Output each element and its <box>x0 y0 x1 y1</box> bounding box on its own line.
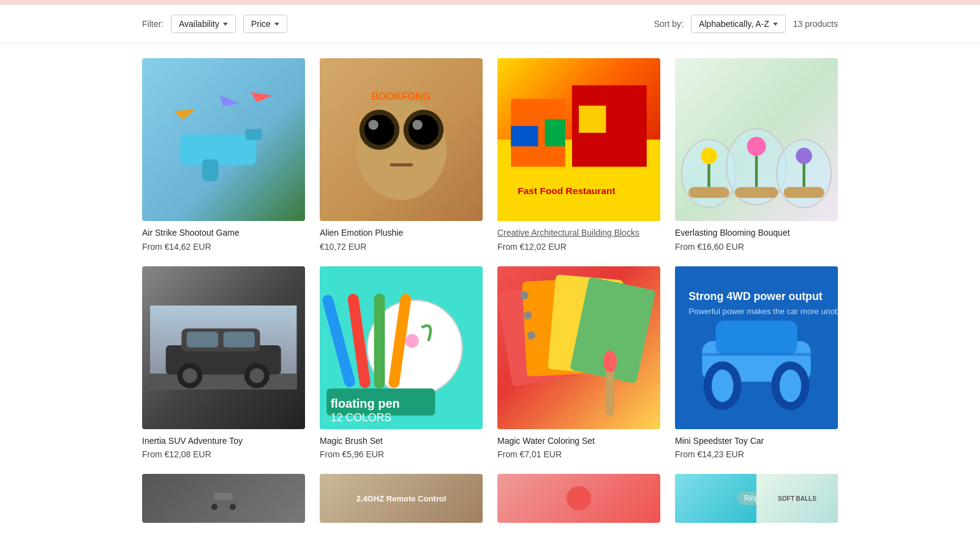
svg-rect-33 <box>783 187 824 198</box>
partial-row: 2.4GHZ Remote ControlRingingSOFT BALLS <box>142 474 838 523</box>
product-image: Strong 4WD power output Powerful power m… <box>675 266 838 429</box>
sort-label: Sort by: <box>654 19 684 29</box>
partial-image <box>205 485 242 512</box>
svg-marker-4 <box>217 94 241 109</box>
svg-rect-38 <box>187 332 218 348</box>
filter-left: Filter: Availability Price <box>142 15 287 33</box>
product-name: Everlasting Blooming Bouquet <box>675 227 838 239</box>
svg-text:12 COLORS: 12 COLORS <box>331 411 391 423</box>
svg-point-50 <box>405 334 419 347</box>
price-filter[interactable]: Price <box>243 15 287 33</box>
product-image <box>497 266 660 429</box>
svg-text:Strong 4WD power output: Strong 4WD power output <box>688 290 823 302</box>
product-price: From €12,08 EUR <box>142 449 305 459</box>
svg-text:Powerful power makes the car m: Powerful power makes the car more unobst… <box>688 306 838 315</box>
svg-rect-1 <box>245 129 262 140</box>
svg-point-25 <box>701 148 717 164</box>
filter-label: Filter: <box>142 19 164 29</box>
product-card[interactable]: Strong 4WD power output Powerful power m… <box>675 266 838 460</box>
sort-value: Alphabetically, A-Z <box>699 19 769 29</box>
partial-product-card[interactable] <box>142 474 305 523</box>
price-label: Price <box>251 19 271 29</box>
partial-product-card[interactable]: RingingSOFT BALLS <box>675 474 838 523</box>
svg-text:BOOKFONG: BOOKFONG <box>371 91 430 102</box>
product-card[interactable]: Fast Food Restaurant Creative Architectu… <box>497 58 660 252</box>
svg-point-9 <box>364 114 394 144</box>
svg-rect-2 <box>202 159 219 181</box>
grid-container: Air Strike Shootout GameFrom €14,62 EUR … <box>0 43 980 538</box>
product-name: Creative Architectural Building Blocks <box>497 227 660 239</box>
product-card[interactable]: Magic Water Coloring SetFrom €7,01 EUR <box>497 266 660 460</box>
partial-image <box>567 486 591 511</box>
svg-rect-65 <box>716 320 797 354</box>
product-image: floating pen 12 COLORS <box>320 266 483 429</box>
svg-point-43 <box>250 369 265 383</box>
partial-product-card[interactable]: 2.4GHZ Remote Control <box>320 474 483 523</box>
sort-right: Sort by: Alphabetically, A-Z 13 products <box>654 15 838 33</box>
product-price: From €5,96 EUR <box>320 449 483 459</box>
sort-select[interactable]: Alphabetically, A-Z <box>691 15 786 33</box>
svg-rect-31 <box>688 187 729 198</box>
svg-rect-39 <box>224 332 255 348</box>
svg-rect-32 <box>735 187 778 198</box>
svg-rect-0 <box>180 134 256 165</box>
availability-label: Availability <box>179 19 219 29</box>
product-price: From €14,62 EUR <box>142 242 305 252</box>
soft-balls-label: SOFT BALLS <box>756 474 838 523</box>
product-grid: Air Strike Shootout GameFrom €14,62 EUR … <box>142 58 838 459</box>
partial-product-card[interactable] <box>497 474 660 523</box>
product-price: €10,72 EUR <box>320 242 483 252</box>
product-card[interactable]: Air Strike Shootout GameFrom €14,62 EUR <box>142 58 305 252</box>
svg-text:Fast Food Restaurant: Fast Food Restaurant <box>518 186 615 196</box>
svg-marker-5 <box>251 90 273 103</box>
svg-rect-19 <box>545 119 565 146</box>
svg-point-41 <box>183 369 197 383</box>
svg-rect-20 <box>579 106 606 133</box>
product-price: From €7,01 EUR <box>497 449 660 459</box>
svg-text:floating pen: floating pen <box>331 396 400 410</box>
product-image: Fast Food Restaurant <box>497 58 660 221</box>
product-card[interactable]: Inertia SUV Adventure ToyFrom €12,08 EUR <box>142 266 305 460</box>
product-image <box>142 58 305 221</box>
chevron-down-icon <box>773 23 778 26</box>
filter-bar: Filter: Availability Price Sort by: Alph… <box>0 5 980 43</box>
product-name: Magic Water Coloring Set <box>497 435 660 448</box>
svg-point-62 <box>603 350 617 372</box>
product-image <box>675 58 838 221</box>
svg-point-67 <box>712 369 733 402</box>
product-price: From €12,02 EUR <box>497 242 660 252</box>
product-price: From €16,60 EUR <box>675 242 838 252</box>
svg-point-69 <box>780 369 801 402</box>
chevron-down-icon <box>223 23 228 26</box>
availability-filter[interactable]: Availability <box>171 15 236 33</box>
svg-point-12 <box>412 119 422 129</box>
product-name: Air Strike Shootout Game <box>142 227 305 239</box>
product-name: Inertia SUV Adventure Toy <box>142 435 305 448</box>
product-card[interactable]: BOOKFONG Alien Emotion Plushie€10,72 EUR <box>320 58 483 252</box>
svg-point-10 <box>408 114 438 144</box>
partial-text: 2.4GHZ Remote Control <box>354 492 449 506</box>
svg-marker-3 <box>173 103 197 121</box>
product-image <box>142 266 305 429</box>
top-bar <box>0 0 980 5</box>
svg-point-27 <box>796 148 812 164</box>
product-count: 13 products <box>793 19 838 29</box>
chevron-down-icon <box>274 23 279 26</box>
product-price: From €14,23 EUR <box>675 449 838 459</box>
svg-point-75 <box>211 504 217 510</box>
svg-rect-18 <box>511 126 538 146</box>
product-name: Magic Brush Set <box>320 435 483 448</box>
svg-point-26 <box>747 137 766 156</box>
svg-rect-48 <box>374 293 385 388</box>
svg-rect-35 <box>150 373 296 389</box>
svg-point-76 <box>230 504 236 510</box>
product-image: BOOKFONG <box>320 58 483 221</box>
product-name: Alien Emotion Plushie <box>320 227 483 239</box>
svg-rect-74 <box>214 493 233 500</box>
product-card[interactable]: floating pen 12 COLORS Magic Brush SetFr… <box>320 266 483 460</box>
product-name: Mini Speedster Toy Car <box>675 435 838 448</box>
svg-point-11 <box>368 119 378 129</box>
product-card[interactable]: Everlasting Blooming BouquetFrom €16,60 … <box>675 58 838 252</box>
